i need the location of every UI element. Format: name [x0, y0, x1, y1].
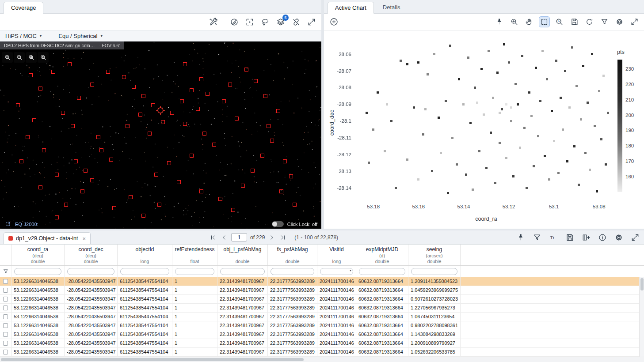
expand-icon[interactable]	[629, 17, 640, 27]
catalog-marker[interactable]	[183, 122, 187, 126]
column-header-fs_psfAbMag[interactable]: fs_psfAbMagdouble	[268, 245, 317, 265]
zoom-fill-icon[interactable]	[38, 52, 49, 63]
catalog-marker[interactable]	[180, 99, 184, 103]
catalog-marker[interactable]	[109, 158, 113, 162]
column-header-coord_dec[interactable]: coord_dec(deg)double	[65, 245, 118, 265]
tab-details[interactable]: Details	[376, 1, 408, 13]
table-row[interactable]: 53.12266314046538-28.0542204355039476112…	[0, 321, 644, 330]
catalog-marker[interactable]	[80, 189, 84, 193]
expand-icon[interactable]	[306, 17, 317, 27]
table-row[interactable]: 53.12266314046538-28.0542204355039476112…	[0, 286, 644, 295]
catalog-marker[interactable]	[235, 117, 239, 121]
scrollbar-thumb[interactable]	[640, 278, 644, 290]
column-header-expMidptMJD[interactable]: expMidptMJD(d)double	[356, 245, 408, 265]
row-checkbox[interactable]	[3, 297, 8, 302]
catalog-marker[interactable]	[293, 203, 297, 207]
catalog-marker[interactable]	[99, 148, 103, 152]
open-coords-icon[interactable]	[4, 220, 11, 228]
catalog-marker[interactable]	[38, 185, 42, 189]
filter-toggle-icon[interactable]	[0, 266, 11, 277]
catalog-marker[interactable]	[77, 96, 81, 100]
filter-input-expMidptMJD[interactable]	[359, 268, 405, 275]
recenter-icon[interactable]	[244, 17, 255, 27]
prev-page-button[interactable]	[220, 234, 228, 241]
catalog-marker[interactable]	[42, 148, 46, 152]
table-row[interactable]: 53.12266314046538-28.0542204355039476112…	[0, 348, 644, 357]
catalog-marker[interactable]	[148, 132, 152, 136]
catalog-marker[interactable]	[90, 178, 94, 182]
save-icon[interactable]	[564, 232, 575, 243]
row-checkbox[interactable]	[3, 341, 8, 346]
catalog-marker[interactable]	[51, 70, 55, 74]
catalog-marker[interactable]	[71, 124, 75, 128]
catalog-marker[interactable]	[129, 195, 133, 199]
table-tab[interactable]: dp1_v29.Object - data-int ×	[4, 232, 91, 244]
catalog-marker[interactable]	[183, 62, 187, 66]
catalog-marker[interactable]	[263, 94, 267, 98]
layers-icon[interactable]: 5	[275, 17, 286, 27]
filter-icon[interactable]	[532, 232, 542, 243]
catalog-marker[interactable]	[154, 173, 158, 177]
catalog-marker[interactable]	[61, 111, 65, 115]
filter-input-refExtendedness[interactable]	[175, 268, 214, 275]
filter-input-fs_psfAbMag[interactable]	[271, 268, 314, 275]
catalog-marker[interactable]	[244, 68, 248, 72]
table-row[interactable]: 53.12266314046538-28.0542204355039476112…	[0, 277, 644, 286]
table-row[interactable]: 53.12266314046538-28.0542204355039476112…	[0, 313, 644, 321]
page-number-input[interactable]	[231, 233, 247, 241]
row-checkbox[interactable]	[3, 305, 8, 310]
next-page-button[interactable]	[268, 234, 276, 241]
column-header-obj_i_psfAbMag[interactable]: obj_i_psfAbMagdouble	[217, 245, 268, 265]
catalog-marker[interactable]	[254, 79, 258, 83]
add-chart-icon[interactable]	[328, 16, 339, 27]
catalog-marker[interactable]	[68, 62, 72, 66]
filter-icon[interactable]	[599, 17, 610, 27]
zoom-in-icon[interactable]	[2, 52, 13, 63]
filter-input-VisitId[interactable]	[320, 268, 353, 275]
tab-active-chart[interactable]: Active Chart	[328, 2, 374, 14]
projection-dropdown[interactable]: Equ / Spherical ▾	[58, 33, 103, 39]
catalog-marker[interactable]	[64, 203, 68, 207]
catalog-marker[interactable]	[126, 124, 130, 128]
close-icon[interactable]: ×	[82, 235, 86, 242]
filter-input-obj_i_psfAbMag[interactable]	[220, 268, 265, 275]
catalog-marker[interactable]	[199, 189, 203, 193]
row-checkbox[interactable]	[3, 323, 8, 328]
catalog-marker[interactable]	[279, 189, 283, 193]
catalog-marker[interactable]	[202, 132, 206, 136]
catalog-marker[interactable]	[112, 206, 116, 210]
catalog-marker[interactable]	[276, 109, 280, 113]
catalog-marker[interactable]	[106, 70, 110, 74]
catalog-marker[interactable]	[199, 77, 203, 81]
catalog-marker[interactable]	[177, 180, 181, 184]
catalog-marker[interactable]	[157, 203, 161, 207]
filter-input-coord_ra[interactable]	[14, 268, 61, 275]
catalog-marker[interactable]	[29, 73, 33, 77]
filter-input-seeing[interactable]	[411, 268, 457, 275]
catalog-marker[interactable]	[289, 174, 293, 178]
save-icon[interactable]	[569, 17, 579, 27]
settings-gear-icon[interactable]	[614, 232, 624, 243]
filter-input-coord_dec[interactable]	[67, 268, 114, 275]
click-lock-toggle[interactable]	[272, 221, 284, 227]
row-checkbox[interactable]	[3, 279, 8, 284]
catalog-marker[interactable]	[218, 197, 222, 201]
catalog-marker[interactable]	[251, 169, 255, 173]
catalog-marker[interactable]	[132, 85, 136, 89]
marker-color-icon[interactable]	[229, 17, 240, 27]
catalog-marker[interactable]	[222, 99, 226, 103]
catalog-marker[interactable]	[228, 83, 232, 87]
table-row[interactable]: 53.12266314046538-28.0542204355039476112…	[0, 304, 644, 313]
catalog-marker[interactable]	[161, 120, 165, 124]
sky-image-view[interactable]: DP0.2 HiPS from DESC DC2 sim: gri colo… …	[0, 41, 321, 229]
catalog-marker[interactable]	[74, 159, 78, 163]
row-checkbox[interactable]	[3, 332, 8, 337]
info-icon[interactable]	[597, 232, 608, 243]
catalog-marker[interactable]	[55, 173, 59, 177]
catalog-marker[interactable]	[190, 88, 194, 92]
table-row[interactable]: 53.12266314046538-28.0542204355039476112…	[0, 295, 644, 304]
catalog-marker[interactable]	[151, 103, 155, 107]
column-header-VisitId[interactable]: VisitIdlong	[317, 245, 356, 265]
catalog-marker[interactable]	[231, 208, 235, 212]
zoom-fit-icon[interactable]	[26, 52, 37, 63]
